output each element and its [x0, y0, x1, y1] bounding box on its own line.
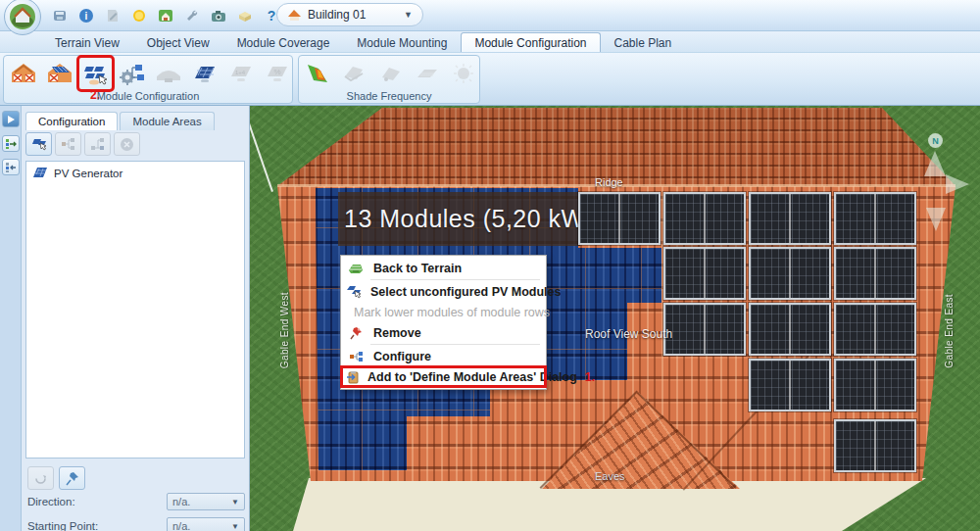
compass-north-letter: N: [932, 136, 939, 146]
panel-percent-icon: %: [264, 61, 291, 86]
terrain-icon: [346, 263, 366, 274]
menu-item-remove[interactable]: Remove: [341, 322, 546, 343]
house-coverage-icon: [10, 61, 37, 86]
configure-gear-icon: [119, 61, 146, 86]
menu-item-label: Configure: [373, 350, 431, 363]
left-rail: [0, 106, 22, 531]
menu-item-label: Mark lower modules of module rows: [354, 306, 550, 319]
pv-module[interactable]: [749, 192, 831, 245]
tab-cable-plan[interactable]: Cable Plan: [601, 32, 686, 52]
rotate-direction-button[interactable]: [27, 466, 54, 490]
direction-label: Direction:: [27, 496, 75, 507]
tab-module-configuration[interactable]: Module Configuration: [461, 32, 600, 52]
close-circle-icon: [120, 137, 134, 152]
tab-module-areas[interactable]: Module Areas: [120, 112, 214, 130]
pv-module[interactable]: [663, 247, 746, 300]
panel-toolbar: [25, 132, 140, 156]
ribbon-group-module-configuration: 1+4 % 2. Module Configuration: [3, 55, 293, 104]
house-modules-button[interactable]: [42, 57, 76, 90]
save-icon[interactable]: [51, 7, 69, 24]
configuration-tree: PV Generator: [25, 161, 245, 459]
building-selector[interactable]: Building 01 ▼: [276, 3, 423, 26]
menu-item-back-to-terrain[interactable]: Back to Terrain: [341, 258, 546, 278]
pv-module[interactable]: [749, 247, 831, 300]
compass-north-badge[interactable]: N: [928, 133, 943, 148]
pv-module[interactable]: [749, 359, 831, 411]
select-modules-tool-button[interactable]: [25, 132, 52, 156]
wrench-icon[interactable]: [183, 7, 201, 24]
group-caption: Module Configuration: [4, 90, 292, 102]
hierarchy-alt-tool-button[interactable]: [84, 132, 111, 156]
svg-text:i: i: [85, 11, 88, 22]
tab-module-coverage[interactable]: Module Coverage: [223, 32, 344, 52]
pan-up-arrow[interactable]: [924, 151, 946, 176]
arch-mounting-button[interactable]: [151, 57, 185, 90]
pv-module[interactable]: [834, 247, 916, 300]
gable-end-west-label: Gable End West: [279, 292, 290, 368]
direction-dropdown[interactable]: n/a. ▼: [167, 493, 245, 510]
building-icon: [287, 9, 302, 22]
pv-module[interactable]: [834, 419, 916, 472]
sun-icon[interactable]: [130, 7, 148, 24]
tab-object-view[interactable]: Object View: [133, 32, 223, 52]
3d-viewport[interactable]: 13 Modules (5,20 kWp) Ridge Gable End We…: [250, 106, 980, 531]
menu-item-add-to-define-module-areas[interactable]: Add to 'Define Module Areas' Dialog 1.: [341, 366, 546, 387]
pv-module[interactable]: [663, 303, 746, 356]
camera-icon[interactable]: [210, 7, 227, 24]
ribbon-group-shade-frequency: Shade Frequency: [298, 55, 480, 104]
package-icon[interactable]: [236, 7, 254, 24]
shade-3d-button[interactable]: [337, 57, 371, 90]
pv-module[interactable]: [834, 192, 916, 245]
run-panel-button[interactable]: [2, 111, 20, 127]
shade-object-icon: [377, 61, 405, 86]
tab-terrain-view[interactable]: Terrain View: [41, 32, 133, 52]
house-coverage-button[interactable]: [6, 57, 40, 90]
tab-module-mounting[interactable]: Module Mounting: [343, 32, 461, 52]
pv-module[interactable]: [578, 192, 661, 245]
app-menu-button[interactable]: [4, 0, 41, 35]
shade-frequency-icon: [305, 61, 332, 86]
edit-icon[interactable]: [104, 7, 122, 24]
hierarchy-tool-button[interactable]: [55, 132, 81, 156]
menu-item-select-unconfigured[interactable]: Select unconfigured PV Modules: [341, 281, 546, 302]
tab-configuration[interactable]: Configuration: [25, 112, 118, 130]
shade-plane-button[interactable]: [410, 57, 444, 90]
svg-text:?: ?: [268, 8, 276, 24]
svg-text:%: %: [273, 68, 280, 76]
ridge-label: Ridge: [595, 176, 623, 188]
starting-point-dropdown[interactable]: n/a. ▼: [167, 517, 245, 531]
quick-access-toolbar: i ?: [51, 7, 280, 24]
pv-module[interactable]: [834, 303, 916, 356]
tree-back-button[interactable]: [2, 159, 20, 175]
shade-object-button[interactable]: [373, 57, 408, 90]
tree-item-label: PV Generator: [54, 168, 122, 179]
pv-module[interactable]: [663, 192, 746, 245]
shade-frequency-button[interactable]: [301, 57, 335, 90]
chevron-down-icon: ▼: [231, 498, 239, 507]
title-bar: i ? Building 01 ▼: [0, 0, 980, 31]
clear-selection-button[interactable]: [114, 132, 140, 156]
pv-module[interactable]: [749, 303, 831, 356]
tree-item-pv-generator[interactable]: PV Generator: [26, 162, 244, 184]
configure-modules-button[interactable]: [115, 57, 149, 90]
info-icon[interactable]: i: [77, 7, 95, 24]
building-selector-value: Building 01: [308, 8, 366, 22]
tree-forward-button[interactable]: [2, 135, 20, 152]
panel-percent-button[interactable]: %: [260, 57, 294, 90]
select-unconfigured-modules-button[interactable]: [78, 57, 113, 90]
hierarchy-icon: [61, 137, 76, 151]
chevron-down-icon: ▼: [404, 10, 413, 20]
house-settings-icon[interactable]: [157, 7, 174, 24]
pv-module[interactable]: [834, 359, 916, 411]
pan-down-arrow[interactable]: [926, 208, 946, 231]
shade-3d-icon: [341, 61, 368, 86]
pin-starting-point-button[interactable]: [59, 466, 85, 490]
module-panel-button[interactable]: [187, 57, 221, 90]
pan-right-arrow[interactable]: [946, 174, 969, 194]
menu-item-configure[interactable]: Configure: [341, 346, 546, 366]
tree-arrow-right-icon: [5, 138, 18, 150]
configuration-panel: Configuration Module Areas PV Generator …: [22, 106, 250, 531]
select-modules-icon: [82, 61, 110, 86]
panel-values-button[interactable]: 1+4: [223, 57, 258, 90]
shade-sun-button[interactable]: [446, 57, 480, 90]
